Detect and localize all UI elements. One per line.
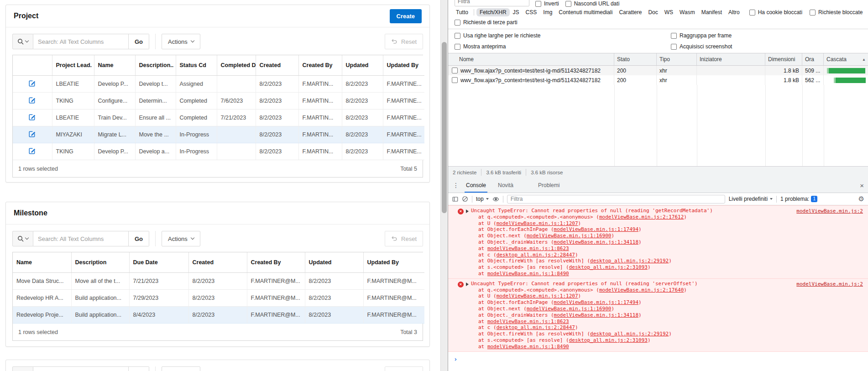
column-header-iniziatore[interactable]: Iniziatore (697, 53, 765, 65)
tab-console[interactable]: Console (465, 178, 487, 193)
filter-chip-ws[interactable]: WS (661, 8, 676, 16)
column-header-cascata[interactable]: Cascata▲ (824, 53, 868, 65)
stack-frame-link[interactable]: modelViewBase.min.js:1:34118 (554, 312, 638, 318)
go-button[interactable]: Go (128, 34, 149, 49)
column-header-updated[interactable]: Updated (305, 252, 363, 273)
column-header-tipo[interactable]: Tipo (657, 53, 697, 65)
filter-chip-altro[interactable]: Altro (725, 8, 743, 16)
log-levels-dropdown[interactable]: Livelli predefiniti (729, 196, 773, 202)
edit-row-icon[interactable] (29, 82, 36, 88)
column-header-dimensioni[interactable]: Dimensioni (765, 53, 802, 65)
reset-button[interactable]: Reset (385, 34, 423, 49)
network-request-row[interactable]: wwv_flow.ajax?p_context=test/test-ig-md/… (448, 66, 868, 75)
table-row[interactable]: Redevelop HR A... Build application... 7… (13, 290, 424, 307)
third-party-checkbox[interactable]: Richieste di terze parti (455, 19, 518, 26)
checkbox-icon[interactable] (452, 77, 458, 83)
network-request-row[interactable]: wwv_flow.ajax?p_context=test/test-ig-md/… (448, 75, 868, 85)
column-header-due-date[interactable]: Due Date (129, 252, 188, 273)
column-header-created-by[interactable]: Created By (247, 252, 305, 273)
expand-triangle-icon[interactable] (466, 282, 469, 286)
stack-frame-link[interactable]: desktop_all.min.js:2:29192 (590, 258, 669, 264)
column-header-updated-by[interactable]: Updated By (363, 252, 424, 273)
error-source-link[interactable]: modelViewBase.min.js:2 (796, 281, 863, 287)
go-button[interactable]: Go (128, 367, 149, 371)
stack-frame-link[interactable]: modelViewBase.min.js:2:17640 (599, 287, 684, 293)
hide-data-urls-checkbox[interactable]: Nascondi URL dati (565, 0, 620, 7)
gear-icon[interactable]: ⚙ (858, 195, 864, 203)
stack-frame-link[interactable]: modelViewBase.min.js:1:8623 (487, 319, 569, 324)
more-options-icon[interactable]: ⋮ (453, 182, 459, 189)
filter-chip-wasm[interactable]: Wasm (676, 8, 698, 16)
stack-frame-link[interactable]: desktop_all.min.js:2:28447 (497, 252, 575, 258)
stack-frame-link[interactable]: desktop_all.min.js:2:31093 (569, 264, 648, 270)
filter-chip-css[interactable]: CSS (523, 8, 540, 16)
filter-chip-tutto[interactable]: Tutto (453, 8, 471, 16)
stack-frame-link[interactable]: modelViewBase.min.js:1:8623 (487, 246, 569, 251)
reset-button[interactable]: Reset (385, 366, 423, 371)
edit-row-icon[interactable] (29, 132, 36, 139)
stack-frame-link[interactable]: modelViewBase.min.js:1:1207 (497, 220, 578, 226)
column-header-name[interactable]: Name (94, 55, 135, 76)
context-selector[interactable]: top (476, 196, 489, 202)
blocked-cookies-checkbox[interactable]: Ha cookie bloccati (749, 9, 802, 16)
table-row-selected[interactable]: MIYAZAKI Migrate L... Move the ... In-Pr… (13, 126, 424, 143)
console-sidebar-icon[interactable] (452, 196, 458, 202)
tab-problemi[interactable]: Problemi (537, 178, 561, 193)
stack-frame-link[interactable]: modelViewBase.min.js:1:8490 (487, 344, 569, 350)
big-request-rows-checkbox[interactable]: Usa righe larghe per le richieste (455, 32, 540, 39)
search-column-select-button[interactable] (12, 366, 33, 371)
filter-chip-font[interactable]: Carattere (616, 8, 645, 16)
table-row[interactable]: Move Data Struc... Move all of the t... … (13, 273, 424, 290)
checkbox-icon[interactable] (452, 68, 458, 73)
table-row[interactable]: LBEATIE Develop P... Develop t... Assign… (13, 76, 424, 93)
edit-row-icon[interactable] (29, 115, 36, 122)
reset-button[interactable]: Reset (385, 231, 423, 246)
search-input[interactable] (33, 231, 128, 246)
edit-row-icon[interactable] (29, 99, 36, 105)
filter-chip-img[interactable]: Img (540, 8, 555, 16)
stack-frame-link[interactable]: desktop_all.min.js:2:29192 (590, 331, 669, 337)
invert-checkbox[interactable]: Inverti (535, 0, 559, 7)
stack-frame-link[interactable]: modelViewBase.min.js:1:17494 (554, 226, 638, 232)
actions-button[interactable]: Actions (162, 366, 200, 371)
tab-novita[interactable]: Novità (497, 178, 515, 193)
filter-chip-js[interactable]: JS (510, 8, 523, 16)
filter-chip-media[interactable]: Contenuti multimediali (555, 8, 616, 16)
blocked-requests-checkbox[interactable]: Richieste bloccate (810, 9, 863, 16)
request-url[interactable]: wwv_flow.ajax?p_context=test/test-ig-md/… (460, 77, 601, 84)
stack-frame-link[interactable]: modelViewBase.min.js:1:16900 (527, 233, 611, 239)
stack-frame-link[interactable]: modelViewBase.min.js:1:8490 (487, 271, 569, 277)
column-header-created[interactable]: Created (256, 55, 298, 76)
column-header-description[interactable]: Description.. (135, 55, 176, 76)
edit-row-icon[interactable] (29, 149, 36, 156)
search-column-select-button[interactable] (12, 231, 33, 246)
search-input[interactable] (33, 367, 128, 371)
table-row-selected[interactable]: Redevelop Proje... Build application... … (13, 307, 424, 324)
filter-chip-manifest[interactable]: Manifest (698, 8, 725, 16)
column-header-updated-by[interactable]: Updated By (383, 55, 424, 76)
column-header-updated[interactable]: Updated (342, 55, 383, 76)
filter-chip-fetch-xhr[interactable]: Fetch/XHR (476, 8, 510, 16)
actions-button[interactable]: Actions (162, 231, 200, 246)
request-url[interactable]: wwv_flow.ajax?p_context=test/test-ig-md/… (460, 68, 601, 74)
scrollbar-thumb[interactable] (442, 42, 447, 213)
show-overview-checkbox[interactable]: Mostra anteprima (455, 43, 506, 50)
search-input[interactable] (33, 34, 128, 49)
actions-button[interactable]: Actions (162, 34, 200, 49)
column-header-stato[interactable]: Stato (614, 53, 657, 65)
console-filter-input[interactable] (507, 195, 725, 204)
expand-triangle-icon[interactable] (466, 209, 469, 213)
error-source-link[interactable]: modelViewBase.min.js:2 (796, 208, 863, 214)
stack-frame-link[interactable]: desktop_all.min.js:2:31093 (569, 337, 648, 343)
clear-console-icon[interactable] (462, 196, 468, 202)
table-row[interactable]: TKING Develop P... Develop a... In-Progr… (13, 143, 424, 160)
issues-counter[interactable]: 1 problema:1 (780, 196, 817, 202)
capture-screenshot-checkbox[interactable]: Acquisisci screenshot (671, 43, 732, 50)
column-header-ora[interactable]: Ora (802, 53, 824, 65)
column-header-nome[interactable]: Nome (448, 53, 614, 65)
go-button[interactable]: Go (128, 231, 149, 246)
column-header-name[interactable]: Name (13, 252, 71, 273)
stack-frame-link[interactable]: modelViewBase.min.js:1:16900 (527, 306, 611, 312)
column-header-description[interactable]: Description (71, 252, 129, 273)
stack-frame-link[interactable]: modelViewBase.min.js:1:34118 (554, 239, 638, 245)
